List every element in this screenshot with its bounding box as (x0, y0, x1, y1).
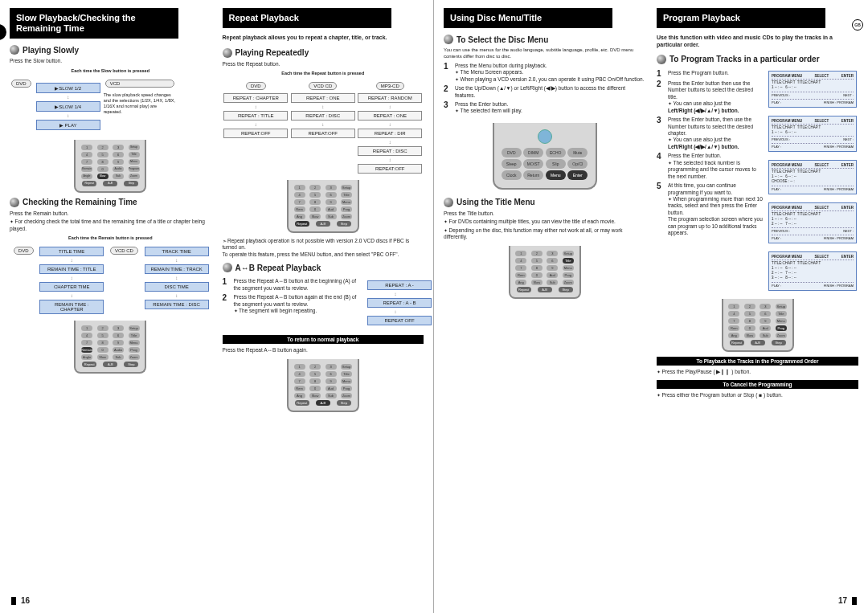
remote-control-illustration: 123Setup 456Title 789Menu Rem0AudProg An… (287, 359, 359, 412)
pg-s2a: You can use also just the (668, 100, 731, 106)
remain-instr: Press the Remain button. (10, 210, 211, 217)
dm-s3a: The selected item will play. (455, 108, 522, 113)
sub-title-menu: Using the Title Menu (444, 198, 645, 207)
remain-b0: TRACK TIME (145, 247, 209, 256)
pg-s3: Press the Enter button, then use the Num… (668, 116, 753, 136)
remote-control-illustration: 123Setup 456Title 789Menu Rem0AudProg An… (509, 246, 581, 299)
osd-screen-3: PROGRAM MENUSELECTENTER TITLE:CHAP.T TIT… (768, 160, 857, 194)
dm-s3: Press the Enter button. (455, 101, 508, 107)
remote-control-illustration: 123Setup 456Title 789Menu Rem0AudProg An… (722, 299, 794, 352)
discmenu-sub: You can use the menus for the audio lang… (444, 47, 645, 60)
page-number-16: 16 (11, 596, 30, 605)
pg-s5a: When programming more than next 10 track… (668, 196, 763, 235)
sub-playing-slowly: Playing Slowly (10, 45, 211, 55)
rpt-g2-0: REPEAT : ONE (291, 93, 355, 103)
pg-s3a: You can use also just the (668, 137, 731, 142)
tm-p2b: Depending on the disc, this function may… (444, 227, 645, 241)
repeat-tiny: Each time the Repeat button is pressed (223, 71, 424, 76)
page-16: 〉 Slow Playback/Checking the Remaining T… (0, 0, 434, 613)
remain-a2: CHAPTER TIME (39, 282, 104, 292)
dm-s1: Press the Menu button during playback. (455, 63, 547, 68)
rpt-dvd-label: DVD (246, 82, 266, 90)
repeat-instr: Press the Repeat button. (223, 61, 424, 67)
rpt-g3-1: REPEAT : ONE (358, 111, 422, 121)
sub-select-disc-menu: To Select the Disc Menu (444, 35, 645, 44)
ab-step2b: The segment will begin repeating. (234, 308, 317, 313)
slow-flow-1: ▶SLOW 1/2 (36, 83, 100, 93)
playback-strip: To Playback the Tracks in the Programmed… (657, 357, 858, 366)
return-txt: Press the Repeat A↔B button again. (223, 347, 424, 353)
section-title-program: Program Playback (657, 8, 825, 28)
remain-desc: For checking check the total time and th… (10, 219, 211, 232)
osd-screen-4: PROGRAM MENUSELECTENTER TITLE:CHAP.T TIT… (768, 202, 857, 244)
col-disc-menu: Using Disc Menu/Title To Select the Disc… (444, 8, 645, 401)
remain-b1: REMAIN TIME : TRACK (145, 264, 209, 274)
dvd-label: DVD (14, 247, 34, 255)
dm-s1b: When playing a VCD version 2.0, you can … (455, 76, 644, 82)
rpt-g3-3: REPEAT : DISC (358, 146, 422, 156)
sub-ab-repeat: A↔B Repeat Playback (223, 263, 424, 272)
pg-s1: Press the Program button. (668, 70, 764, 78)
page-17: GB Using Disc Menu/Title To Select the D… (434, 0, 868, 613)
remain-b3: REMAIN TIME : DISC (145, 300, 209, 309)
disc-dvd: DVD (11, 80, 31, 88)
repeat-intro: Repeat playback allows you to repeat a c… (223, 35, 424, 41)
cancel-strip: To Cancel the Programming (657, 380, 858, 389)
section-title-repeat: Repeat Playback (223, 8, 391, 28)
pg-s2b: Left/Right (◀/▶/▲/▼) button. (668, 108, 739, 113)
remain-b2: DISC TIME (145, 282, 209, 292)
remote-control-illustration: 123Setup 456Title 789Menu Remain0AudioPr… (74, 321, 146, 374)
rpt-g2-1: REPEAT : DISC (291, 111, 355, 121)
ab1: REPEAT : A - B (367, 298, 432, 308)
rpt-mp3-label: MP3-CD (376, 82, 404, 90)
osd-screen-2: PROGRAM MENUSELECTENTER TITLE:CHAP.T TIT… (768, 116, 857, 153)
remote-control-illustration: 123Setup 456Title 789Menu Rem0AudProg An… (287, 180, 359, 233)
rpt-g1-1: REPEAT : TITLE (223, 111, 288, 121)
vcdcd-label: VCD CD (110, 247, 138, 255)
rpt-g2-2: REPEAT:OFF (291, 129, 355, 138)
pg-s5: At this time, you can continue programmi… (668, 182, 736, 194)
slow-instr: Press the Slow button. (10, 58, 211, 64)
dm-s2: Use the Up/Down (▲/▼) or Left/Right (◀/▶… (455, 85, 645, 99)
col-program-playback: Program Playback Use this function with … (657, 8, 858, 401)
remain-a3: REMAIN TIME : CHAPTER (39, 300, 104, 314)
sub-remaining-time: Checking the Remaining Time (10, 198, 211, 207)
col-slow-playback: Slow Playback/Checking the Remaining Tim… (10, 8, 211, 417)
ab0: REPEAT : A - (367, 280, 432, 290)
slow-flow-3: ▶ PLAY (36, 120, 100, 130)
sub-playing-repeatedly: Playing Repeatedly (223, 48, 424, 58)
repeat-note: Repeat playback operation is not possibl… (223, 238, 424, 258)
rpt-g3-0: REPEAT : RANDOM (358, 93, 422, 103)
rpt-g1-2: REPEAT:OFF (223, 129, 288, 138)
disc-vcd: VCD (105, 80, 174, 88)
ab-step1: Press the Repeat A↔B button at the begin… (234, 278, 363, 292)
section-title-slow: Slow Playback/Checking the Remaining Tim… (10, 8, 178, 39)
slow-tiny: Each time the Slow button is pressed (10, 68, 211, 73)
remain-a0: TITLE TIME (39, 247, 104, 256)
program-intro: Use this function with video and music C… (657, 35, 858, 48)
arrow-down-icon: ↕ (67, 95, 69, 100)
remain-tiny: Each time the Remain button is pressed (10, 235, 211, 240)
slow-flow-2: ▶SLOW 1/4 (36, 101, 100, 112)
rpt-g3-2: REPEAT : DIR (358, 129, 422, 138)
dm-s1a: The Menu Screen appears. (455, 69, 523, 75)
slow-note: The slow playback speed changes and the … (104, 92, 176, 116)
rpt-vcd-label: VCD CD (309, 82, 337, 90)
cancel-strip-txt: Press either the Program button or Stop … (657, 392, 858, 398)
rpt-g1-0: REPEAT : CHAPTER (223, 93, 288, 103)
col-repeat-playback: Repeat Playback Repeat playback allows y… (223, 8, 424, 417)
rpt-g3-4: REPEAT:OFF (358, 164, 422, 174)
remote-control-illustration-large: DVDDIMMECHOMute SleepMO/STSlipOp/Cl Cloc… (493, 123, 597, 190)
page-number-17: 17 (838, 596, 857, 605)
arrow-down-icon: ↕ (67, 113, 69, 118)
ab2: REPEAT OFF (367, 316, 432, 325)
pg-s4: Press the Enter button. (668, 153, 721, 158)
edge-arrow-icon: 〉 (0, 24, 6, 40)
tm-p2: Press the Title button. (444, 210, 645, 217)
remain-a1: REMAIN TIME : TITLE (39, 264, 104, 274)
remote-control-illustration: 123Setup 456Title 789Menu Remain0AudioPr… (74, 140, 146, 193)
section-title-discmenu: Using Disc Menu/Title (444, 8, 612, 28)
pg-s2: Press the Enter button then use the Numb… (668, 80, 753, 100)
osd-screen-1: PROGRAM MENUSELECTENTER TITLE:CHAP.T TIT… (768, 71, 857, 108)
return-strip: To return to normal playback (223, 335, 424, 344)
